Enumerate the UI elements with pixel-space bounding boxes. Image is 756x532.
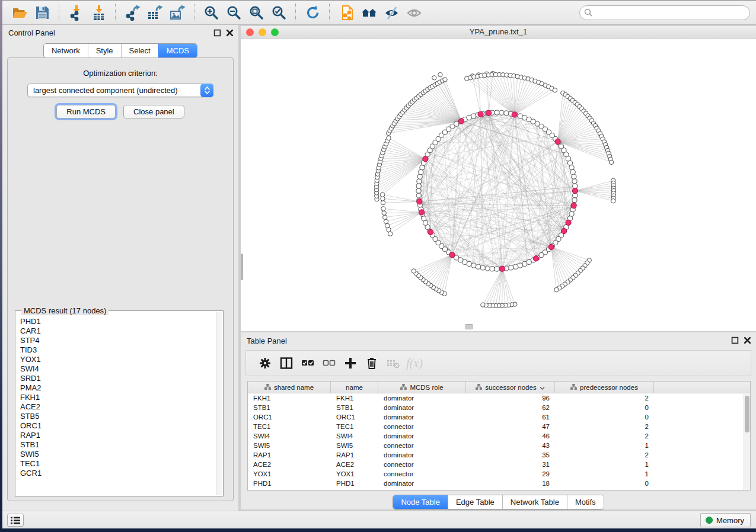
- mcds-result-item[interactable]: PHD1: [20, 317, 215, 326]
- network-mcds-node[interactable]: [478, 111, 483, 117]
- network-node[interactable]: [385, 223, 389, 227]
- network-window-titlebar[interactable]: YPA_prune.txt_1: [241, 26, 756, 39]
- mcds-result-item[interactable]: CAR1: [20, 326, 215, 336]
- tab-select[interactable]: Select: [121, 44, 158, 57]
- network-mcds-node[interactable]: [486, 110, 492, 116]
- network-node[interactable]: [573, 184, 578, 188]
- network-node[interactable]: [554, 287, 559, 291]
- first-neighbors-icon[interactable]: [359, 3, 379, 22]
- bottom-divider-handle[interactable]: [465, 324, 473, 329]
- table-scrollbar-thumb[interactable]: [745, 396, 749, 432]
- save-session-icon[interactable]: [32, 3, 52, 22]
- network-node[interactable]: [518, 114, 522, 118]
- mcds-result-item[interactable]: YOX1: [20, 355, 215, 364]
- column-header-predecessor-nodes[interactable]: predecessor nodes: [555, 382, 654, 393]
- network-node[interactable]: [490, 267, 495, 271]
- network-node[interactable]: [419, 169, 423, 174]
- network-node[interactable]: [432, 76, 436, 80]
- mcds-result-item[interactable]: ORC1: [20, 421, 215, 431]
- network-node[interactable]: [412, 269, 416, 273]
- network-node[interactable]: [513, 264, 518, 269]
- network-node[interactable]: [569, 165, 574, 170]
- mcds-result-item[interactable]: STP4: [20, 336, 215, 345]
- network-node[interactable]: [416, 193, 421, 198]
- network-node[interactable]: [522, 261, 527, 266]
- network-node[interactable]: [495, 267, 499, 271]
- network-mcds-node[interactable]: [428, 229, 433, 235]
- network-node[interactable]: [572, 179, 577, 184]
- network-node[interactable]: [417, 179, 422, 184]
- close-panel-button[interactable]: Close panel: [123, 105, 184, 118]
- column-header-name[interactable]: name: [331, 382, 378, 393]
- network-node[interactable]: [380, 193, 384, 197]
- add-column-icon[interactable]: [340, 353, 361, 373]
- mcds-result-item[interactable]: SWI5: [20, 450, 215, 459]
- network-mcds-node[interactable]: [571, 203, 576, 209]
- table-settings-gear-icon[interactable]: [254, 353, 276, 373]
- table-row[interactable]: YOX1YOX1connector291: [248, 469, 750, 479]
- network-node[interactable]: [383, 215, 387, 219]
- float-panel-icon[interactable]: [213, 29, 221, 37]
- network-node[interactable]: [499, 110, 504, 115]
- refresh-network-icon[interactable]: [302, 3, 323, 22]
- network-node[interactable]: [417, 174, 422, 179]
- mcds-result-item[interactable]: ACE2: [20, 402, 215, 412]
- window-zoom-icon[interactable]: [271, 28, 279, 36]
- network-node[interactable]: [416, 188, 421, 193]
- mcds-result-item[interactable]: PMA2: [20, 383, 215, 393]
- column-header-shared-name[interactable]: shared name: [248, 382, 331, 393]
- network-node[interactable]: [609, 160, 613, 164]
- network-node[interactable]: [438, 72, 442, 76]
- window-minimize-icon[interactable]: [259, 28, 266, 36]
- optimization-criterion-dropdown[interactable]: largest connected component (undirected): [27, 84, 213, 97]
- network-node[interactable]: [467, 115, 471, 120]
- network-mcds-node[interactable]: [572, 188, 578, 193]
- mcds-result-item[interactable]: SWI4: [20, 364, 215, 374]
- window-close-icon[interactable]: [246, 28, 254, 36]
- network-node[interactable]: [518, 263, 522, 268]
- zoom-selected-icon[interactable]: [269, 3, 289, 22]
- split-columns-icon[interactable]: [276, 353, 297, 373]
- network-canvas[interactable]: [241, 39, 756, 331]
- new-network-from-selection-icon[interactable]: [336, 3, 356, 22]
- network-node[interactable]: [480, 265, 485, 270]
- network-node[interactable]: [485, 266, 490, 271]
- network-node[interactable]: [572, 174, 576, 179]
- tab-node-table[interactable]: Node Table: [393, 495, 448, 509]
- tab-network[interactable]: Network: [44, 44, 88, 57]
- network-node[interactable]: [420, 165, 425, 170]
- delete-column-icon[interactable]: [361, 353, 382, 373]
- network-mcds-node[interactable]: [555, 139, 560, 144]
- network-mcds-node[interactable]: [533, 256, 538, 261]
- table-row[interactable]: RAP1RAP1dominator352: [248, 450, 750, 460]
- network-graph[interactable]: [241, 39, 756, 331]
- tab-style[interactable]: Style: [88, 44, 121, 57]
- network-mcds-node[interactable]: [566, 220, 571, 225]
- zoom-fit-icon[interactable]: [246, 3, 266, 22]
- network-node[interactable]: [573, 193, 578, 198]
- export-network-icon[interactable]: [122, 3, 142, 22]
- close-table-panel-icon[interactable]: [744, 336, 751, 344]
- table-row[interactable]: STB1STB1dominator620: [248, 403, 750, 412]
- network-mcds-node[interactable]: [417, 199, 422, 204]
- network-node[interactable]: [481, 303, 485, 307]
- column-header-MCDS-role[interactable]: MCDS role: [378, 382, 466, 393]
- network-node[interactable]: [495, 110, 499, 115]
- task-history-button[interactable]: [7, 514, 24, 527]
- network-node[interactable]: [611, 198, 615, 203]
- zoom-out-icon[interactable]: [224, 3, 244, 22]
- mcds-result-item[interactable]: TID3: [20, 345, 215, 355]
- network-mcds-node[interactable]: [548, 244, 554, 249]
- network-node[interactable]: [569, 211, 574, 216]
- network-node[interactable]: [387, 136, 391, 140]
- mcds-result-item[interactable]: SRD1: [20, 374, 215, 383]
- network-mcds-node[interactable]: [423, 156, 428, 162]
- network-node[interactable]: [387, 227, 391, 232]
- mcds-result-scrollbar[interactable]: [216, 312, 222, 495]
- network-node[interactable]: [381, 207, 385, 211]
- run-mcds-button[interactable]: Run MCDS: [56, 105, 116, 118]
- table-row[interactable]: FKH1FKH1dominator962: [248, 393, 750, 403]
- open-file-icon[interactable]: [9, 3, 30, 22]
- memory-button[interactable]: Memory: [700, 513, 751, 527]
- network-mcds-node[interactable]: [562, 228, 567, 233]
